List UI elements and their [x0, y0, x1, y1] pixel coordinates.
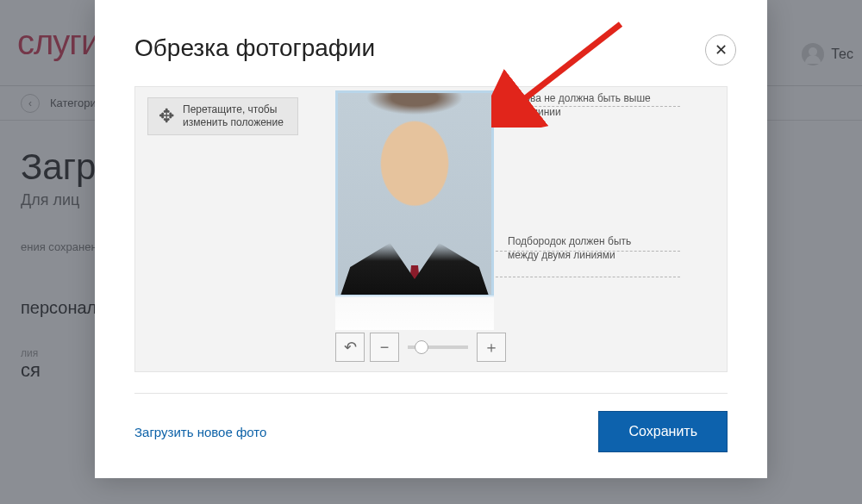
rotate-button[interactable]: ↶ — [335, 333, 365, 362]
drag-hint-box: ✥ Перетащите, чтобы изменить положение — [147, 97, 298, 135]
close-icon: ✕ — [715, 40, 728, 59]
rotate-icon: ↶ — [344, 338, 357, 357]
save-button[interactable]: Сохранить — [598, 411, 728, 452]
photo-crop-frame[interactable] — [335, 90, 494, 297]
upload-new-photo-link[interactable]: Загрузить новое фото — [134, 425, 266, 439]
move-icon: ✥ — [159, 107, 174, 126]
zoom-slider-thumb[interactable] — [415, 340, 428, 354]
zoom-in-button[interactable]: ＋ — [477, 333, 506, 362]
guide-text-top: Голова не должна быть выше этой линии — [508, 92, 663, 119]
crop-photo-modal: Обрезка фотографии ✕ ✥ Перетащите, чтобы… — [95, 0, 767, 478]
photo-lower-fade — [335, 296, 494, 330]
crop-area: ✥ Перетащите, чтобы изменить положение Г… — [134, 86, 728, 372]
guide-text-chin: Подбородок должен быть между двумя линия… — [508, 235, 663, 262]
modal-title: Обрезка фотографии — [134, 34, 728, 62]
zoom-out-button[interactable]: − — [370, 333, 399, 362]
plus-icon: ＋ — [484, 337, 499, 358]
close-button[interactable]: ✕ — [705, 34, 736, 65]
drag-hint-text: Перетащите, чтобы изменить положение — [183, 103, 287, 129]
zoom-slider[interactable] — [408, 345, 468, 349]
minus-icon: − — [380, 339, 390, 357]
modal-divider — [134, 393, 728, 394]
